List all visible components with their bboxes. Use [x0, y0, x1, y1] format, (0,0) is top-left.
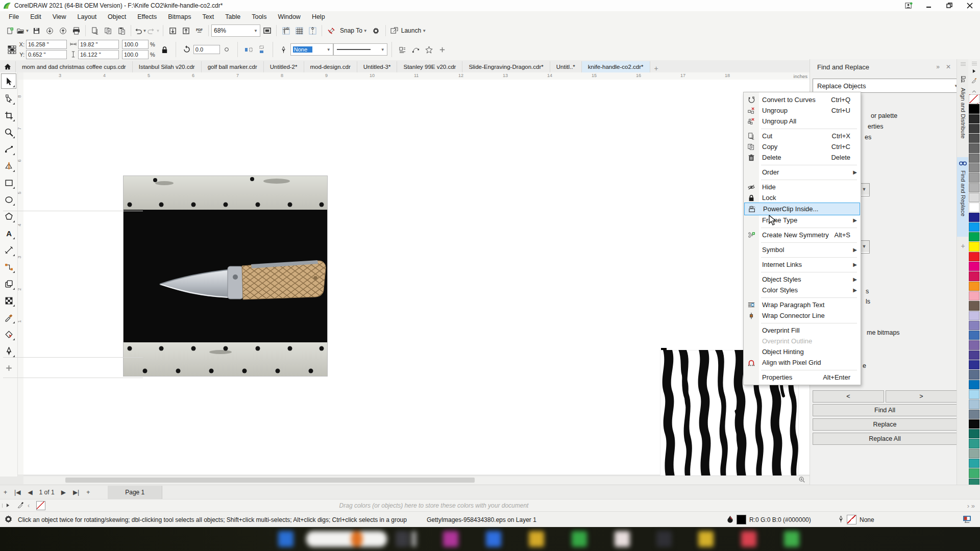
paste-button[interactable]	[115, 24, 128, 37]
document-tab-7[interactable]: Slide-Engraving-Dragon.cdr*	[462, 61, 550, 72]
color-swatch-11[interactable]	[969, 203, 979, 212]
show-guidelines-toggle[interactable]	[306, 24, 319, 37]
document-tab-6[interactable]: Stanley 99E v20.cdr	[397, 61, 462, 72]
context-menu-item-internet-links[interactable]: Internet Links▶	[744, 259, 861, 270]
status-gear-icon[interactable]	[4, 515, 13, 525]
freehand-tool[interactable]	[2, 142, 16, 156]
snap-to-dropdown[interactable]: Snap To▼	[338, 24, 370, 37]
windows-taskbar[interactable]	[0, 527, 980, 551]
context-menu-item-frame-type[interactable]: Frame Type▶	[744, 215, 861, 226]
taskbar-item-0[interactable]	[278, 531, 293, 547]
add-docker-tab-button[interactable]: +	[957, 239, 969, 254]
taskbar-item-13[interactable]	[784, 531, 799, 547]
previous-page-button[interactable]: ◀	[24, 489, 36, 496]
color-swatch-28[interactable]	[969, 370, 979, 379]
replace-mode-select[interactable]: Replace Objects ▼	[813, 79, 963, 93]
context-menu-item-overprint-fill[interactable]: Overprint Fill	[744, 325, 861, 336]
document-tab-2[interactable]: golf ball marker.cdr	[202, 61, 264, 72]
rectangle-tool[interactable]	[2, 176, 16, 190]
taskbar-item-10[interactable]	[656, 531, 672, 547]
taskbar-item-7[interactable]	[529, 531, 544, 547]
context-menu-item-align-with-pixel-grid[interactable]: Align with Pixel Grid	[744, 357, 861, 368]
color-swatch-3[interactable]	[969, 124, 979, 133]
publish-pdf-button[interactable]: PDF	[192, 24, 206, 37]
color-swatch-1[interactable]	[969, 104, 979, 113]
crop-tool[interactable]	[2, 108, 16, 122]
context-menu-item-ungroup[interactable]: UngroupCtrl+U	[744, 105, 861, 116]
context-menu-item-create-new-symmetry[interactable]: Create New SymmetryAlt+S	[744, 230, 861, 240]
color-swatch-23[interactable]	[969, 321, 979, 330]
launch-dropdown[interactable]: Launch▼	[388, 24, 428, 37]
menu-tools[interactable]: Tools	[246, 12, 272, 21]
tab-align-distribute[interactable]: Align and Distribute	[957, 72, 969, 157]
taskbar-item-4[interactable]	[411, 531, 416, 547]
color-swatch-20[interactable]	[969, 291, 979, 300]
menu-effects[interactable]: Effects	[132, 12, 162, 21]
context-menu-item-properties[interactable]: PropertiesAlt+Enter	[744, 372, 861, 383]
color-swatch-16[interactable]	[969, 252, 979, 261]
color-swatch-7[interactable]	[969, 163, 979, 172]
scale-y-field[interactable]: 100.0	[122, 50, 149, 59]
color-swatch-31[interactable]	[969, 399, 979, 409]
color-swatch-5[interactable]	[969, 143, 979, 153]
context-menu-item-copy[interactable]: CopyCtrl+C	[744, 141, 861, 152]
palette-eyedropper-icon[interactable]	[971, 78, 977, 85]
menu-layout[interactable]: Layout	[72, 12, 103, 21]
context-menu-item-ungroup-all[interactable]: Ungroup All	[744, 116, 861, 127]
document-tab-4[interactable]: mod-design.cdr	[304, 61, 357, 72]
color-swatch-27[interactable]	[969, 360, 979, 369]
context-menu-item-object-hinting[interactable]: Object Hinting	[744, 346, 861, 357]
document-tab-8[interactable]: Untitl..*	[550, 61, 582, 72]
color-swatch-none[interactable]	[969, 94, 979, 104]
find-next-button[interactable]: >	[886, 390, 957, 403]
menu-table[interactable]: Table	[219, 12, 246, 21]
connector-tool[interactable]	[2, 260, 16, 274]
context-menu-item-color-styles[interactable]: Color Styles▶	[744, 285, 861, 295]
menu-help[interactable]: Help	[306, 12, 331, 21]
effect-tool[interactable]	[2, 277, 16, 291]
context-menu-item-wrap-connector-line[interactable]: Wrap Connector Line	[744, 310, 861, 321]
find-previous-button[interactable]: <	[813, 390, 884, 403]
export-button[interactable]	[56, 24, 69, 37]
taskbar-item-8[interactable]	[572, 531, 587, 547]
restore-button[interactable]	[939, 0, 960, 11]
palette-flyout-icon[interactable]	[972, 68, 976, 75]
object-width-field[interactable]: 19.82 "	[78, 40, 119, 49]
menu-text[interactable]: Text	[197, 12, 219, 21]
context-menu-item-powerclip-inside[interactable]: PowerClip Inside...	[744, 203, 860, 215]
x-position-field[interactable]: 16.258 "	[26, 40, 67, 49]
effects-button[interactable]	[423, 43, 436, 56]
snap-off-button[interactable]	[325, 24, 338, 37]
color-swatch-2[interactable]	[969, 114, 979, 123]
taskbar-item-1[interactable]	[306, 531, 387, 547]
context-menu-item-symbol[interactable]: Symbol▶	[744, 244, 861, 255]
palette-grip[interactable]	[972, 62, 977, 65]
shape-tool[interactable]	[2, 91, 16, 106]
color-swatch-13[interactable]	[969, 222, 979, 232]
color-swatch-32[interactable]	[969, 410, 979, 419]
zoom-in-icon[interactable]	[797, 475, 806, 484]
wrap-text-button[interactable]	[396, 43, 409, 56]
redo-button[interactable]: ▼	[147, 24, 160, 37]
line-style-select[interactable]: ▼	[333, 43, 387, 56]
horizontal-scrollbar[interactable]	[23, 475, 810, 484]
color-swatch-33[interactable]	[969, 419, 979, 429]
color-swatch-26[interactable]	[969, 350, 979, 360]
context-menu-item-convert-to-curves[interactable]: Convert to CurvesCtrl+Q	[744, 94, 861, 105]
context-menu-item-hide[interactable]: Hide	[744, 182, 861, 192]
taskbar-item-11[interactable]	[698, 531, 714, 547]
color-swatch-15[interactable]	[969, 242, 979, 251]
artistic-media-tool[interactable]	[2, 159, 16, 173]
color-swatch-36[interactable]	[969, 449, 979, 458]
convert-to-curves-button[interactable]	[409, 43, 423, 56]
new-document-button[interactable]	[3, 24, 16, 37]
color-swatch-8[interactable]	[969, 173, 979, 182]
print-button[interactable]	[69, 24, 83, 37]
color-swatch-34[interactable]	[969, 429, 979, 438]
menu-edit[interactable]: Edit	[24, 12, 47, 21]
context-menu-item-object-styles[interactable]: Object Styles▶	[744, 274, 861, 285]
color-swatch-17[interactable]	[969, 262, 979, 271]
menu-bitmaps[interactable]: Bitmaps	[162, 12, 197, 21]
menu-window[interactable]: Window	[272, 12, 306, 21]
context-menu-item-cut[interactable]: CutCtrl+X	[744, 131, 861, 141]
